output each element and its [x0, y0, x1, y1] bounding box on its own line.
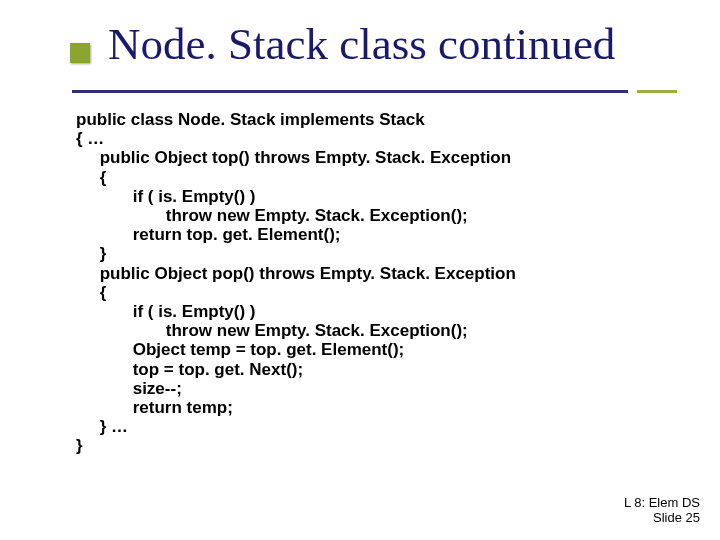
- code-line: } …: [100, 417, 128, 436]
- divider-long: [72, 90, 628, 93]
- code-line: size--;: [133, 379, 182, 398]
- code-line: return temp;: [133, 398, 233, 417]
- code-line: {: [100, 283, 107, 302]
- code-line: public class Node. Stack implements Stac…: [76, 110, 425, 129]
- footer-line-2: Slide 25: [624, 511, 700, 526]
- title-bullet-icon: [70, 43, 90, 63]
- code-line: {: [100, 168, 107, 187]
- code-line: if ( is. Empty() ): [133, 187, 256, 206]
- footer-line-1: L 8: Elem DS: [624, 496, 700, 511]
- code-line: public Object top() throws Empty. Stack.…: [100, 148, 512, 167]
- divider: [72, 90, 677, 94]
- code-line: throw new Empty. Stack. Exception();: [166, 321, 468, 340]
- code-line: if ( is. Empty() ): [133, 302, 256, 321]
- code-line: Object temp = top. get. Element();: [133, 340, 405, 359]
- code-line: top = top. get. Next();: [133, 360, 303, 379]
- code-line: return top. get. Element();: [133, 225, 341, 244]
- code-line: public Object pop() throws Empty. Stack.…: [100, 264, 516, 283]
- slide-title: Node. Stack class continued: [108, 19, 615, 69]
- code-line: { …: [76, 129, 104, 148]
- slide: Node. Stack class continued public class…: [0, 0, 720, 540]
- code-block: public class Node. Stack implements Stac…: [76, 110, 636, 456]
- code-line: throw new Empty. Stack. Exception();: [166, 206, 468, 225]
- code-line: }: [100, 244, 107, 263]
- title-row: Node. Stack class continued: [0, 0, 720, 100]
- code-line: }: [76, 436, 83, 455]
- footer: L 8: Elem DS Slide 25: [624, 496, 700, 526]
- divider-short: [637, 90, 677, 93]
